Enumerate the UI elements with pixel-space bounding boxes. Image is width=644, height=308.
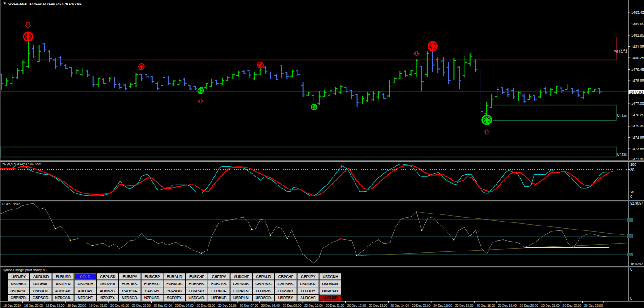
svg-text:EURAUD: EURAUD	[167, 275, 182, 279]
svg-text:GBPSEK.: GBPSEK.	[278, 282, 294, 286]
svg-text:USDNOK.: USDNOK.	[10, 289, 27, 293]
svg-text:20 Dec 23:00: 20 Dec 23:00	[584, 304, 603, 308]
svg-text:20 Dec 04:00: 20 Dec 04:00	[175, 304, 194, 308]
svg-text:1480.25: 1480.25	[631, 56, 644, 60]
svg-text:EURSGD.: EURSGD.	[277, 289, 294, 293]
svg-text:19 Dec 21:00: 19 Dec 21:00	[46, 304, 65, 308]
svg-text:CADCHF.: CADCHF.	[122, 289, 138, 293]
svg-text:USDRUB: USDRUB	[77, 282, 93, 286]
svg-text:80: 80	[630, 168, 634, 172]
svg-text:1479.45: 1479.45	[631, 67, 644, 72]
svg-text:NZDCHF.: NZDCHF.	[78, 296, 93, 300]
svg-text:20 Dec 08:00: 20 Dec 08:00	[261, 304, 280, 308]
svg-text:20 Dec 21:00: 20 Dec 21:00	[541, 304, 560, 308]
svg-text:50: 50	[629, 235, 632, 238]
svg-text:EURHUF.: EURHUF.	[211, 289, 227, 293]
svg-text:20 Dec 19:00: 20 Dec 19:00	[498, 304, 517, 308]
svg-text:EURNOK.: EURNOK.	[166, 282, 183, 286]
svg-text:100: 100	[630, 162, 636, 167]
svg-text:20 Dec 09:00: 20 Dec 09:00	[283, 304, 302, 308]
svg-text:USDSGD.: USDSGD.	[255, 296, 272, 300]
svg-text:EURHKD.: EURHKD.	[144, 282, 160, 286]
svg-text:1477.05: 1477.05	[631, 101, 644, 106]
svg-text:USDHUF.: USDHUF.	[211, 296, 227, 300]
svg-text:EURNZD.: EURNZD.	[256, 289, 272, 293]
svg-text:USDDKK.: USDDKK.	[300, 282, 316, 286]
svg-text:GBPDKK.: GBPDKK.	[255, 282, 272, 286]
svg-text:SGDJPY.: SGDJPY.	[167, 296, 182, 300]
svg-text:19 Dec 20:00: 19 Dec 20:00	[24, 304, 43, 308]
svg-text:AUDNZD.: AUDNZD.	[100, 289, 116, 293]
svg-text:CHFJPY: CHFJPY	[212, 275, 226, 279]
svg-text:AUDUSD.: AUDUSD.	[322, 296, 338, 300]
svg-text:16.5252: 16.5252	[630, 262, 643, 266]
svg-text:0: 0	[630, 296, 632, 300]
svg-text:USDPLN.: USDPLN.	[233, 296, 249, 300]
svg-text:EURDKK.: EURDKK.	[122, 282, 138, 286]
svg-text:GOLD.,M15 1478.13 1478.26 14: GOLD.,M15 1478.13 1478.26 1477.78 1477.8…	[8, 2, 81, 6]
svg-text:20 Dec 01:00: 20 Dec 01:00	[110, 304, 129, 308]
svg-text:1476.25: 1476.25	[631, 113, 644, 117]
svg-text:USDHUF: USDHUF	[33, 282, 49, 286]
svg-text:EURSEK.: EURSEK.	[189, 282, 205, 286]
svg-text:1475.45: 1475.45	[631, 124, 644, 128]
svg-text:USDZAR: USDZAR	[100, 282, 115, 286]
svg-text:NZDUSD.: NZDUSD.	[144, 296, 160, 300]
svg-text:0: 0	[630, 194, 632, 199]
svg-text:USDCNH: USDCNH	[322, 275, 338, 279]
svg-text:NZDJPY.: NZDJPY.	[100, 296, 115, 300]
svg-text:1474.65: 1474.65	[631, 136, 644, 140]
svg-text:20 Dec 17:00: 20 Dec 17:00	[455, 304, 473, 308]
svg-text:GBPCAD.: GBPCAD.	[322, 289, 338, 293]
svg-text:19 Dec 2019: 19 Dec 2019	[3, 304, 21, 308]
svg-text:EURCHF: EURCHF	[189, 275, 204, 279]
svg-text:GOLD.: GOLD.	[80, 275, 91, 279]
svg-text:USDMXN.: USDMXN.	[322, 282, 338, 286]
svg-text:0: 0	[630, 267, 632, 271]
svg-text:20 Dec 22:00: 20 Dec 22:00	[562, 304, 581, 308]
svg-text:EURCAD.: EURCAD.	[188, 289, 205, 293]
svg-text:20 Dec 02:00: 20 Dec 02:00	[132, 304, 151, 308]
svg-text:1481.85: 1481.85	[631, 33, 644, 37]
svg-text:AUDCAD.: AUDCAD.	[55, 289, 71, 293]
svg-text:1481.05: 1481.05	[631, 45, 644, 49]
svg-text:AUDJPY.: AUDJPY.	[78, 289, 93, 293]
svg-text:70: 70	[629, 218, 632, 222]
svg-text:20 Dec 06:00: 20 Dec 06:00	[218, 304, 237, 308]
svg-text:20 Dec 12:00: 20 Dec 12:00	[347, 304, 366, 308]
svg-text:GBPAUD: GBPAUD	[256, 275, 271, 279]
svg-text:20 Dec 14:00: 20 Dec 14:00	[390, 304, 409, 308]
svg-text:AUDCHF.: AUDCHF.	[300, 296, 316, 300]
svg-text:CHFSGD.: CHFSGD.	[167, 289, 183, 293]
svg-text:20 Dec 07:00: 20 Dec 07:00	[240, 304, 258, 308]
svg-text:USDSEK.: USDSEK.	[33, 289, 49, 293]
svg-text:20 Dec 18:00: 20 Dec 18:00	[477, 304, 495, 308]
svg-text:EURTRY.: EURTRY.	[301, 289, 316, 293]
svg-text:AUDUSD: AUDUSD	[33, 275, 49, 279]
svg-text:20 Dec 05:00: 20 Dec 05:00	[196, 304, 215, 308]
svg-text:USDPLN: USDPLN	[56, 282, 70, 286]
svg-text:1473.85: 1473.85	[631, 147, 644, 151]
svg-text:GBPNOK.: GBPNOK.	[233, 282, 250, 286]
svg-text:20: 20	[630, 190, 634, 194]
svg-text:USDJPY: USDJPY	[12, 275, 26, 279]
svg-text:30: 30	[629, 253, 632, 256]
svg-text:USDTRY.: USDTRY.	[278, 296, 293, 300]
svg-text:1477.83: 1477.83	[630, 90, 643, 94]
svg-text:EURZAR.: EURZAR.	[211, 282, 227, 286]
svg-text:AUDCHF: AUDCHF	[234, 275, 249, 279]
svg-text:19 Dec 22:00: 19 Dec 22:00	[67, 304, 86, 308]
svg-text:RSI 53.9945: RSI 53.9945	[2, 202, 20, 206]
svg-text:GBPJPY: GBPJPY	[301, 275, 315, 279]
svg-text:20 Dec 03:00: 20 Dec 03:00	[154, 304, 172, 308]
svg-text:1482.65: 1482.65	[631, 22, 644, 26]
svg-text:NZDCAD.: NZDCAD.	[55, 296, 71, 300]
svg-text:Symbol Changer profit display:: Symbol Changer profit display: v3	[3, 268, 46, 272]
svg-text:EURJPY: EURJPY	[123, 275, 138, 279]
svg-text:GBPCHF: GBPCHF	[278, 275, 293, 279]
svg-text:20 Dec 10:00: 20 Dec 10:00	[304, 304, 323, 308]
svg-text:CADJPY.: CADJPY.	[145, 289, 160, 293]
svg-text:GBPNZD.: GBPNZD.	[11, 296, 27, 300]
svg-text:20 Dec 20:00: 20 Dec 20:00	[520, 304, 538, 308]
svg-text:NZDSGD.: NZDSGD.	[122, 296, 138, 300]
